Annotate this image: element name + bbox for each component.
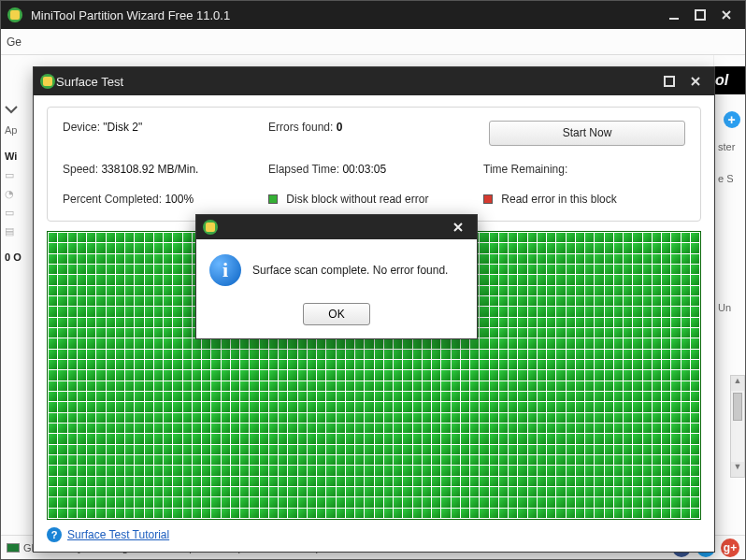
disk-block	[576, 402, 584, 411]
scroll-thumb[interactable]	[733, 393, 742, 421]
disk-block	[154, 445, 163, 454]
disk-block	[87, 466, 95, 475]
disk-block	[96, 233, 105, 242]
disk-block	[633, 455, 641, 465]
disk-block	[691, 497, 699, 507]
maximize-button[interactable]	[687, 5, 713, 25]
disk-block	[135, 466, 143, 475]
disk-block	[499, 296, 508, 306]
plus-icon[interactable]: +	[724, 111, 740, 128]
disk-block	[135, 254, 143, 264]
disk-block	[183, 318, 192, 327]
disk-block	[78, 477, 86, 486]
scrollbar[interactable]: ▲ ▼	[730, 375, 745, 478]
minimize-button[interactable]	[661, 5, 687, 25]
disk-block	[298, 509, 307, 518]
disk-block	[173, 434, 181, 443]
disk-block	[633, 318, 641, 327]
right-text-es: e S	[714, 165, 745, 192]
disk-block	[671, 360, 680, 369]
disk-block	[154, 392, 163, 401]
disk-block	[164, 275, 172, 284]
disk-block	[279, 424, 287, 433]
disk-block	[298, 497, 307, 507]
ok-marker-icon	[268, 194, 278, 204]
disk-block	[413, 434, 422, 443]
disk-block	[250, 392, 258, 401]
disk-block	[96, 413, 105, 423]
disk-block	[365, 445, 373, 454]
disk-block	[653, 466, 661, 475]
disk-block	[423, 509, 431, 518]
disk-block	[653, 243, 661, 252]
disk-block	[240, 392, 249, 401]
disk-block	[423, 477, 431, 486]
disk-block	[595, 350, 603, 359]
disk-block	[509, 265, 517, 274]
info-icon: i	[209, 254, 241, 286]
alert-close-button[interactable]	[445, 217, 471, 237]
disk-block	[222, 487, 230, 496]
disk-block	[452, 487, 460, 496]
disk-block	[125, 509, 134, 518]
disk-block	[346, 370, 354, 380]
disk-block	[145, 392, 153, 401]
disk-block	[585, 254, 594, 264]
disk-block	[461, 509, 469, 518]
disk-block	[58, 497, 66, 507]
tutorial-link[interactable]: Surface Test Tutorial	[67, 528, 169, 541]
disk-block	[595, 254, 603, 264]
disk-block	[576, 286, 584, 295]
scroll-down-button[interactable]: ▼	[731, 462, 744, 477]
start-now-button[interactable]: Start Now	[489, 121, 685, 146]
alert-titlebar[interactable]	[196, 215, 477, 239]
disk-block	[125, 318, 134, 327]
remaining-label: Time Remaining:	[483, 163, 567, 176]
start-cell: Start Now	[483, 121, 685, 146]
app-titlebar[interactable]: MiniTool Partition Wizard Free 11.0.1	[1, 1, 745, 29]
close-button[interactable]	[713, 5, 739, 25]
disk-block	[518, 286, 526, 295]
disk-block	[538, 233, 546, 242]
disk-block	[260, 370, 268, 380]
disk-block	[585, 233, 594, 242]
disk-block	[499, 497, 508, 507]
disk-block	[58, 307, 66, 316]
disk-block	[633, 424, 641, 433]
disk-block	[490, 509, 498, 518]
ok-button[interactable]: OK	[303, 303, 370, 325]
disk-block	[96, 466, 105, 475]
disk-block	[653, 402, 661, 411]
disk-block	[384, 445, 393, 454]
disk-block	[116, 307, 124, 316]
disk-block	[250, 413, 258, 423]
menubar-text[interactable]: Ge	[7, 36, 22, 49]
disk-block	[78, 487, 86, 496]
disk-block	[173, 477, 181, 486]
disk-block	[681, 370, 690, 380]
disk-block	[547, 509, 555, 518]
disk-block	[135, 424, 143, 433]
disk-block	[317, 350, 325, 359]
disk-block	[470, 360, 479, 369]
disk-block	[211, 392, 220, 401]
googleplus-icon[interactable]: g+	[721, 538, 739, 557]
svg-rect-3	[696, 10, 705, 20]
surface-close-button[interactable]	[682, 71, 709, 92]
disk-block	[49, 328, 57, 337]
disk-block	[326, 370, 335, 380]
disk-block	[107, 477, 115, 486]
disk-block	[87, 487, 95, 496]
disk-block	[394, 509, 402, 518]
surface-titlebar[interactable]: Surface Test	[34, 67, 714, 95]
disk-block	[183, 424, 192, 433]
disk-block	[614, 455, 623, 465]
disk-block	[576, 424, 584, 433]
disk-block	[567, 328, 575, 337]
surface-maximize-button[interactable]	[656, 71, 682, 92]
disk-block	[173, 466, 181, 475]
disk-block	[375, 477, 383, 486]
scroll-up-button[interactable]: ▲	[731, 376, 744, 391]
disk-block	[125, 233, 134, 242]
disk-block	[470, 424, 479, 433]
